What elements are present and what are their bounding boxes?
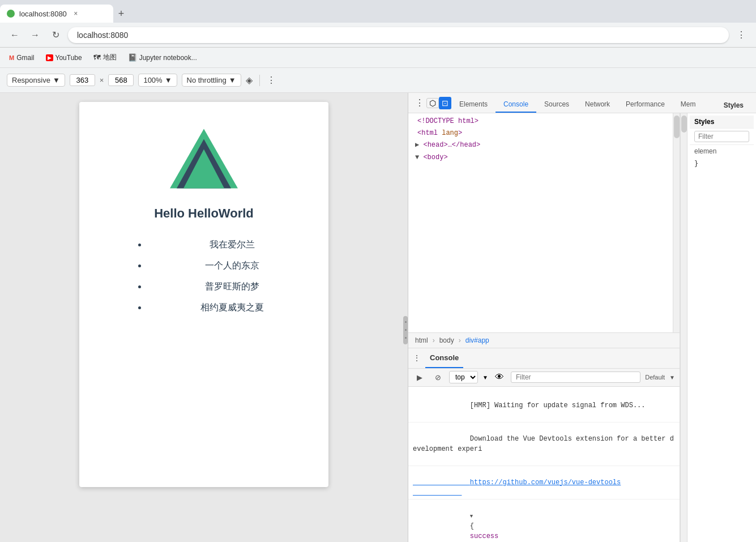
youtube-icon: ▶: [46, 54, 53, 61]
inspect-icon[interactable]: ⬡: [426, 98, 439, 108]
vue-logo: [170, 125, 238, 193]
device-label: Responsive: [12, 76, 50, 84]
tab-sources[interactable]: Sources: [536, 97, 577, 113]
gmail-icon: M: [9, 54, 14, 61]
console-output: [HMR] Waiting for update signal from WDS…: [408, 387, 680, 543]
zoom-label: 100%: [143, 76, 162, 84]
scrollbar-thumb: [681, 116, 687, 133]
breadcrumb-divapp[interactable]: div#app: [463, 335, 492, 345]
element-body[interactable]: ▼ <body>: [408, 152, 673, 164]
device-frame: Hello HelloWorld 我在爱尔兰 一个人的东京 普罗旺斯的梦 相约夏…: [79, 102, 328, 487]
list-item: 普罗旺斯的梦: [147, 276, 317, 297]
forward-button[interactable]: →: [27, 27, 43, 43]
throttle-arrow: ▼: [229, 76, 236, 84]
closing-brace: }: [690, 157, 754, 170]
tab-console[interactable]: Console: [496, 97, 536, 113]
default-level[interactable]: Default: [645, 374, 665, 381]
styles-panel: Styles elemen }: [680, 113, 756, 542]
context-arrow[interactable]: ▼: [482, 374, 488, 381]
console-message-hmr: [HMR] Waiting for update signal from WDS…: [408, 389, 680, 422]
device-selector[interactable]: Responsive ▼: [7, 74, 65, 87]
browser-chrome: localhost:8080 × + ← → ↻ ⋮ M Gmail ▶ You…: [0, 0, 756, 68]
jupyter-icon: 📓: [128, 53, 137, 62]
more-button[interactable]: ⋮: [733, 27, 749, 43]
tab-close-button[interactable]: ×: [71, 9, 80, 18]
address-bar: ← → ↻ ⋮: [0, 23, 756, 48]
tab-elements[interactable]: Elements: [451, 97, 496, 113]
devtools-panel: ⋮ ⬡ ⊡ Elements Console Sources Network P…: [408, 93, 756, 542]
browser-viewport: Hello HelloWorld 我在爱尔兰 一个人的东京 普罗旺斯的梦 相约夏…: [0, 93, 408, 542]
device-toggle-icon[interactable]: ⊡: [439, 97, 451, 109]
bookmark-label: 地图: [103, 53, 117, 62]
viewport-resize-handle[interactable]: [403, 316, 408, 344]
element-head[interactable]: ▶ <head>…</head>: [408, 139, 673, 151]
console-filter-input[interactable]: [511, 372, 640, 383]
devtools-more-btn[interactable]: ⋮: [413, 353, 421, 362]
tab-network[interactable]: Network: [577, 97, 618, 113]
list-item: 我在爱尔兰: [147, 234, 317, 255]
new-tab-button[interactable]: +: [113, 6, 129, 22]
bookmark-label: Jupyter notebook...: [139, 54, 197, 62]
elemen-label: elemen: [690, 145, 754, 157]
console-tab-label[interactable]: Console: [425, 348, 463, 368]
bookmark-maps[interactable]: 🗺 地图: [89, 50, 121, 65]
devtools-scrollbar[interactable]: [681, 113, 687, 542]
devtools-body: <!DOCTYPE html> <html lang> ▶ <head>…</h…: [408, 113, 756, 542]
console-obj-root: { success : true , msg : "" , banner : A…: [408, 500, 680, 543]
device-content: Hello HelloWorld 我在爱尔兰 一个人的东京 普罗旺斯的梦 相约夏…: [79, 102, 328, 341]
bookmark-label: YouTube: [55, 54, 82, 62]
bookmark-youtube[interactable]: ▶ YouTube: [41, 52, 87, 64]
tab-performance[interactable]: Performance: [618, 97, 673, 113]
styles-content: Styles elemen }: [687, 113, 756, 542]
console-stop-btn[interactable]: ⊘: [431, 370, 445, 384]
main-area: Hello HelloWorld 我在爱尔兰 一个人的东京 普罗旺斯的梦 相约夏…: [0, 93, 756, 542]
toolbar-separator: [259, 75, 260, 86]
dimension-separator: ×: [100, 76, 104, 84]
device-arrow: ▼: [53, 76, 60, 84]
active-tab[interactable]: localhost:8080 ×: [0, 5, 113, 23]
elements-tree: <!DOCTYPE html> <html lang> ▶ <head>…</h…: [408, 113, 673, 332]
list-item: 相约夏威夷之夏: [147, 297, 317, 318]
width-input[interactable]: [70, 74, 95, 86]
tab-bar: localhost:8080 × +: [0, 0, 756, 23]
breadcrumb-body[interactable]: body: [437, 335, 456, 345]
elements-scrollbar[interactable]: [673, 113, 680, 332]
back-button[interactable]: ←: [7, 27, 23, 43]
height-input[interactable]: [108, 74, 134, 86]
console-message-devtools: Download the Vue Devtools extension for …: [408, 422, 680, 466]
list-item: 一个人的东京: [147, 255, 317, 276]
styles-filter-input[interactable]: [694, 131, 749, 142]
breadcrumb-html[interactable]: html: [413, 335, 430, 345]
console-toolbar: ⋮ Console: [408, 348, 680, 369]
reload-button[interactable]: ↻: [48, 27, 63, 43]
tab-title: localhost:8080: [19, 10, 67, 18]
bookmarks-bar: M Gmail ▶ YouTube 🗺 地图 📓 Jupyter noteboo…: [0, 48, 756, 68]
app-list: 我在爱尔兰 一个人的东京 普罗旺斯的梦 相约夏威夷之夏: [91, 234, 317, 318]
tab-mem[interactable]: Mem: [673, 97, 704, 113]
element-doctype[interactable]: <!DOCTYPE html>: [408, 116, 673, 127]
context-selector[interactable]: top: [449, 371, 478, 383]
console-filter-bar: ▶ ⊘ top ▼ 👁 Default ▼: [408, 369, 680, 387]
address-input[interactable]: [68, 27, 729, 43]
bookmark-label: Gmail: [16, 54, 34, 62]
network-conditions-icon[interactable]: ◈: [246, 75, 253, 86]
styles-tab-label: Styles: [716, 98, 751, 113]
console-link-devtools[interactable]: https://github.com/vuejs/vue-devtools: [408, 466, 680, 500]
console-panel: ⋮ Console ▶ ⊘ top ▼ 👁: [408, 348, 680, 543]
breadcrumb-bar: html › body › div#app: [408, 332, 680, 348]
styles-header: Styles: [690, 116, 754, 129]
tab-favicon: [7, 10, 15, 18]
bookmark-jupyter[interactable]: 📓 Jupyter notebook...: [123, 51, 202, 64]
eye-btn[interactable]: 👁: [493, 370, 506, 384]
more-options-icon[interactable]: ⋮: [267, 75, 276, 86]
styles-filter-row: [690, 129, 754, 145]
default-arrow: ▼: [669, 374, 675, 381]
console-play-btn[interactable]: ▶: [413, 370, 426, 384]
elements-panel: <!DOCTYPE html> <html lang> ▶ <head>…</h…: [408, 113, 680, 542]
app-title: Hello HelloWorld: [154, 206, 254, 221]
element-html[interactable]: <html lang>: [408, 127, 673, 139]
bookmark-gmail[interactable]: M Gmail: [5, 52, 39, 64]
throttle-selector[interactable]: No throttling ▼: [182, 74, 241, 87]
devtools-more-icon[interactable]: ⋮: [413, 97, 426, 108]
zoom-selector[interactable]: 100% ▼: [138, 74, 177, 87]
